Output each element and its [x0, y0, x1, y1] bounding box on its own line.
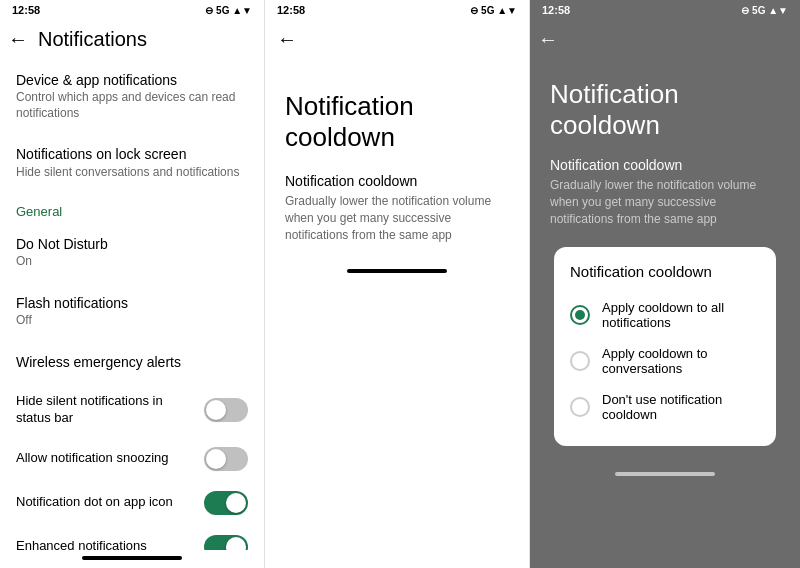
panel-notification-cooldown: 12:58 ⊖ 5G ▲▼ ← Notification cooldown No…: [265, 0, 530, 568]
sidebar-item-hide-silent-notifications[interactable]: Hide silent notifications in status bar: [0, 383, 264, 437]
home-indicator-2: [347, 269, 447, 273]
radio-label-apply-conversations: Apply cooldown to conversations: [602, 346, 760, 376]
item-title: Wireless emergency alerts: [16, 353, 248, 371]
sidebar-item-enhanced-notifications[interactable]: Enhanced notifications Get suggested act…: [0, 525, 264, 550]
back-button-3[interactable]: ←: [538, 28, 558, 51]
radio-option-apply-all[interactable]: Apply cooldown to all notifications: [570, 292, 760, 338]
sidebar-item-allow-snoozing[interactable]: Allow notification snoozing: [0, 437, 264, 481]
nav-header-3: ←: [530, 20, 800, 59]
status-bar-3: 12:58 ⊖ 5G ▲▼: [530, 0, 800, 20]
item-subtitle: On: [16, 254, 248, 270]
item-title: Device & app notifications: [16, 71, 248, 89]
home-indicator-3: [615, 472, 715, 476]
item-title: Do Not Disturb: [16, 235, 248, 253]
item-title: Allow notification snoozing: [16, 450, 168, 467]
page-title-1: Notifications: [38, 28, 147, 51]
radio-circle-dont-use: [570, 397, 590, 417]
nav-header-2: ←: [265, 20, 529, 59]
radio-option-apply-conversations[interactable]: Apply cooldown to conversations: [570, 338, 760, 384]
item-subtitle: Hide silent conversations and notificati…: [16, 165, 248, 181]
page-section-desc-3: Gradually lower the notification volume …: [550, 177, 780, 227]
cooldown-modal-card: Notification cooldown Apply cooldown to …: [554, 247, 776, 446]
status-icons-3: ⊖ 5G ▲▼: [741, 5, 788, 16]
nav-header-1: ← Notifications: [0, 20, 264, 59]
radio-label-dont-use: Don't use notification cooldown: [602, 392, 760, 422]
page-section-title-2: Notification cooldown: [285, 173, 509, 189]
toggle-knob: [226, 537, 246, 550]
toggle-allow-snoozing[interactable]: [204, 447, 248, 471]
panel-notification-cooldown-modal: 12:58 ⊖ 5G ▲▼ ← Notification cooldown No…: [530, 0, 800, 568]
sidebar-item-flash-notifications[interactable]: Flash notifications Off: [0, 282, 264, 341]
item-title: Notification dot on app icon: [16, 494, 173, 511]
settings-list: Device & app notifications Control which…: [0, 59, 264, 550]
item-title: Hide silent notifications in status bar: [16, 393, 196, 427]
panel2-content: Notification cooldown Notification coold…: [265, 59, 529, 263]
toggle-knob: [206, 449, 226, 469]
toggle-notification-dot[interactable]: [204, 491, 248, 515]
toggle-knob: [206, 400, 226, 420]
sidebar-item-do-not-disturb[interactable]: Do Not Disturb On: [0, 223, 264, 282]
status-time-2: 12:58: [277, 4, 305, 16]
panel3-content: Notification cooldown Notification coold…: [530, 59, 800, 466]
item-title: Notifications on lock screen: [16, 145, 248, 163]
item-title: Enhanced notifications: [16, 538, 147, 550]
item-title: Flash notifications: [16, 294, 248, 312]
item-subtitle: Control which apps and devices can read …: [16, 90, 248, 121]
status-time-1: 12:58: [12, 4, 40, 16]
home-indicator-1: [82, 556, 182, 560]
sidebar-item-device-app-notifications[interactable]: Device & app notifications Control which…: [0, 59, 264, 133]
status-icons-2: ⊖ 5G ▲▼: [470, 5, 517, 16]
toggle-knob: [226, 493, 246, 513]
status-icons-1: ⊖ 5G ▲▼: [205, 5, 252, 16]
status-bar-2: 12:58 ⊖ 5G ▲▼: [265, 0, 529, 20]
radio-option-dont-use[interactable]: Don't use notification cooldown: [570, 384, 760, 430]
toggle-hide-silent[interactable]: [204, 398, 248, 422]
toggle-enhanced-notifications[interactable]: [204, 535, 248, 550]
modal-title: Notification cooldown: [570, 263, 760, 280]
sidebar-item-notification-dot[interactable]: Notification dot on app icon: [0, 481, 264, 525]
back-button-1[interactable]: ←: [8, 28, 28, 51]
page-big-title-3: Notification cooldown: [550, 79, 780, 141]
sidebar-item-wireless-emergency-alerts[interactable]: Wireless emergency alerts: [0, 341, 264, 383]
radio-inner-apply-all: [575, 310, 585, 320]
back-button-2[interactable]: ←: [277, 28, 297, 51]
status-bar-1: 12:58 ⊖ 5G ▲▼: [0, 0, 264, 20]
radio-label-apply-all: Apply cooldown to all notifications: [602, 300, 760, 330]
page-big-title-2: Notification cooldown: [285, 91, 509, 153]
item-subtitle: Off: [16, 313, 248, 329]
page-section-title-3: Notification cooldown: [550, 157, 780, 173]
sidebar-item-notifications-lock-screen[interactable]: Notifications on lock screen Hide silent…: [0, 133, 264, 192]
radio-circle-apply-all: [570, 305, 590, 325]
panel-notifications-list: 12:58 ⊖ 5G ▲▼ ← Notifications Device & a…: [0, 0, 265, 568]
status-time-3: 12:58: [542, 4, 570, 16]
radio-circle-apply-conversations: [570, 351, 590, 371]
page-section-desc-2: Gradually lower the notification volume …: [285, 193, 509, 243]
section-label-general: General: [0, 192, 264, 223]
